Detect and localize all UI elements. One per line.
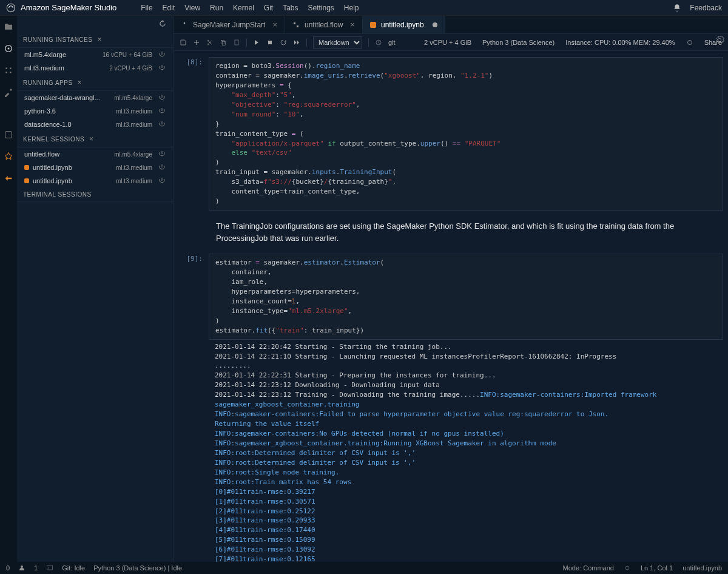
tab-notebook[interactable]: untitled.ipynb <box>363 16 445 33</box>
markdown-text: The TrainingJob configurations are set u… <box>209 215 723 249</box>
svg-rect-7 <box>5 132 12 138</box>
svg-point-17 <box>687 40 692 44</box>
experiments-icon[interactable] <box>4 152 13 161</box>
paste-icon[interactable] <box>233 39 240 46</box>
section-running-apps: RUNNING APPS× <box>17 75 173 91</box>
svg-rect-14 <box>235 40 238 45</box>
menu-help[interactable]: Help <box>344 4 359 12</box>
markdown-cell[interactable]: The TrainingJob configurations are set u… <box>178 215 723 249</box>
notebook-toolbar: Markdown git 2 vCPU + 4 GiB Python 3 (Da… <box>174 34 728 51</box>
power-icon[interactable] <box>158 164 166 171</box>
status-usage: Instance: CPU: 0.00% MEM: 29.40% <box>565 39 675 46</box>
svg-rect-19 <box>47 566 53 570</box>
status-left-1[interactable]: 1 <box>34 564 38 572</box>
status-left-0[interactable]: 0 <box>6 564 10 572</box>
code-cell[interactable]: [9]: estimator = sagemaker.estimator.Est… <box>178 254 723 562</box>
tab-flow[interactable]: untitled.flow × <box>285 16 363 33</box>
power-icon[interactable] <box>158 64 166 72</box>
endpoints-icon[interactable] <box>4 174 13 183</box>
tab-bar: SageMaker JumpStart × untitled.flow × un… <box>174 16 728 34</box>
feedback-link[interactable]: Feedback <box>690 4 722 12</box>
commands-icon[interactable] <box>4 130 13 140</box>
run-icon[interactable] <box>253 39 260 46</box>
notifications-icon[interactable] <box>673 4 681 12</box>
notebook-icon <box>370 22 376 28</box>
menu-bar: File Edit View Run Kernel Git Tabs Setti… <box>141 4 673 12</box>
git-label[interactable]: git <box>388 39 396 46</box>
power-icon[interactable] <box>158 107 166 115</box>
save-icon[interactable] <box>180 39 187 46</box>
power-icon[interactable] <box>158 121 166 128</box>
kernel-row: untitled.flowml.m5.4xlarge <box>17 147 173 161</box>
app-logo-icon <box>6 3 16 13</box>
menu-view[interactable]: View <box>184 4 200 12</box>
status-instance-spec[interactable]: 2 vCPU + 4 GiB <box>424 39 471 46</box>
status-git[interactable]: Git: Idle <box>62 564 85 572</box>
code-cell[interactable]: [8]: region = boto3.Session().region_nam… <box>178 57 723 211</box>
section-running-instances: RUNNING INSTANCES× <box>17 32 173 48</box>
svg-rect-9 <box>297 25 298 27</box>
tab-close-icon[interactable]: × <box>350 20 355 29</box>
svg-rect-2 <box>8 48 10 50</box>
power-icon[interactable] <box>158 150 166 158</box>
svg-point-5 <box>5 72 7 73</box>
close-icon[interactable]: × <box>89 135 94 143</box>
side-panel: RUNNING INSTANCES× ml.m5.4xlarge16 vCPU … <box>17 16 174 562</box>
tab-jumpstart[interactable]: SageMaker JumpStart × <box>174 16 285 33</box>
menu-edit[interactable]: Edit <box>163 4 175 12</box>
power-icon[interactable] <box>158 51 166 58</box>
status-kernel[interactable]: Python 3 (Data Science) | Idle <box>93 564 182 572</box>
fast-forward-icon[interactable] <box>293 39 300 46</box>
menu-git[interactable]: Git <box>264 4 273 12</box>
close-icon[interactable]: × <box>78 78 83 87</box>
power-icon[interactable] <box>158 177 166 184</box>
tab-close-icon[interactable]: × <box>272 20 277 29</box>
app-row: datascience-1.0ml.t3.medium <box>17 118 173 131</box>
status-filename: untitled.ipynb <box>682 564 722 572</box>
tools-icon[interactable] <box>4 87 13 97</box>
menu-file[interactable]: File <box>141 4 152 12</box>
cell-type-select[interactable]: Markdown <box>313 36 362 49</box>
section-terminal-sessions: TERMINAL SESSIONS <box>17 187 173 202</box>
svg-point-3 <box>5 67 7 69</box>
svg-point-0 <box>7 4 15 12</box>
cell-output: 2021-01-14 22:20:42 Starting - Starting … <box>209 340 723 562</box>
refresh-icon[interactable] <box>158 19 167 28</box>
code-input[interactable]: estimator = sagemaker.estimator.Estimato… <box>209 254 723 340</box>
restart-icon[interactable] <box>280 39 287 46</box>
cut-icon[interactable] <box>206 39 214 46</box>
running-icon[interactable] <box>4 44 13 53</box>
components-icon[interactable] <box>4 66 13 75</box>
stop-icon[interactable] <box>266 39 274 46</box>
status-mode: Mode: Command <box>563 564 614 572</box>
svg-rect-8 <box>294 22 295 24</box>
tab-label: untitled.flow <box>305 21 343 29</box>
gear-icon[interactable] <box>715 35 724 45</box>
terminal-icon[interactable] <box>46 564 53 572</box>
topbar: Amazon SageMaker Studio File Edit View R… <box>0 0 728 16</box>
clock-icon[interactable] <box>375 39 382 46</box>
menu-kernel[interactable]: Kernel <box>233 4 254 12</box>
notebook-area[interactable]: [8]: region = boto3.Session().region_nam… <box>174 51 728 562</box>
files-icon[interactable] <box>4 22 13 32</box>
copy-icon[interactable] <box>220 39 227 46</box>
svg-point-4 <box>10 67 12 69</box>
notebook-icon <box>24 178 29 183</box>
code-input[interactable]: region = boto3.Session().region_name con… <box>209 57 723 211</box>
content-area: SageMaker JumpStart × untitled.flow × un… <box>174 16 728 562</box>
status-kernel[interactable]: Python 3 (Data Science) <box>482 39 554 46</box>
kernel-row: untitled.ipynbml.t3.medium <box>17 161 173 174</box>
app-row: sagemaker-data-wrangl...ml.m5.4xlarge <box>17 91 173 104</box>
menu-settings[interactable]: Settings <box>308 4 334 12</box>
kernel-row: untitled.ipynbml.t3.medium <box>17 174 173 187</box>
notebook-icon <box>24 165 29 170</box>
close-icon[interactable]: × <box>97 35 102 44</box>
power-icon[interactable] <box>158 94 166 101</box>
add-cell-icon[interactable] <box>193 39 200 46</box>
menu-run[interactable]: Run <box>210 4 223 12</box>
kernel-status-icon <box>686 39 693 46</box>
menu-tabs[interactable]: Tabs <box>283 4 298 12</box>
flow-icon <box>292 21 300 29</box>
app-title: Amazon SageMaker Studio <box>21 3 116 12</box>
status-ln-col[interactable]: Ln 1, Col 1 <box>641 564 673 572</box>
